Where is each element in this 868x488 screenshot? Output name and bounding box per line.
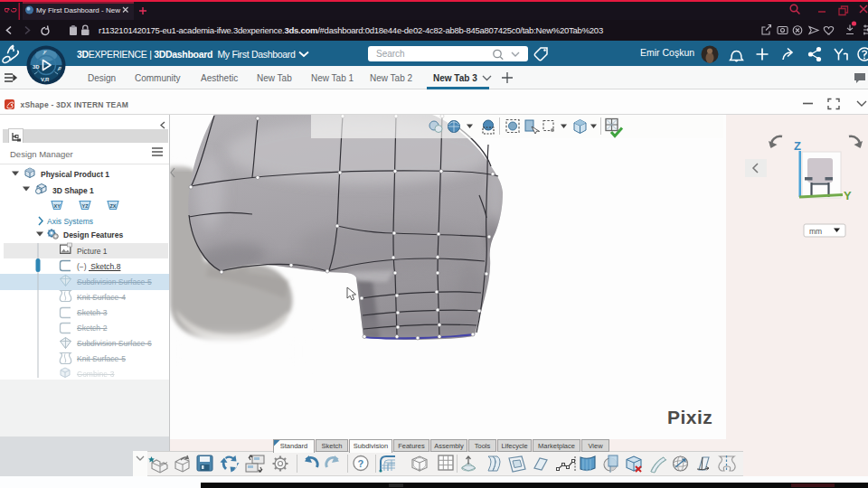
svg-text:?: ? <box>358 458 364 469</box>
svg-text:Z: Z <box>794 139 801 153</box>
svg-text:mm: mm <box>809 227 822 236</box>
svg-text:3D: 3D <box>33 64 40 70</box>
svg-text:XY: XY <box>54 203 61 209</box>
svg-text:V,R: V,R <box>41 77 50 82</box>
svg-text:YZ: YZ <box>82 203 90 209</box>
svg-text:ZX: ZX <box>110 203 117 209</box>
svg-text:Y: Y <box>844 189 852 202</box>
